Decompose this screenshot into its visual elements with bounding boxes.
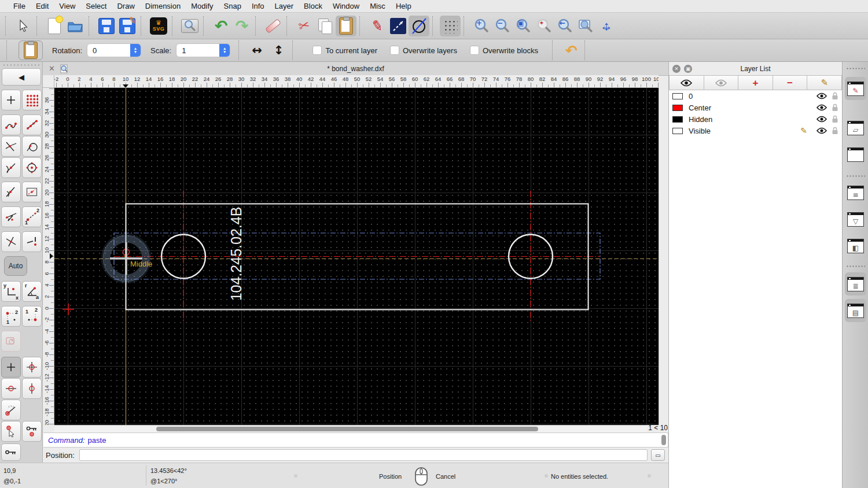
snap-intersection-button[interactable] (1, 136, 21, 157)
position-options-button[interactable]: ▭ (651, 449, 665, 461)
stepper-icon[interactable]: ▲▼ (219, 44, 230, 57)
select-window-button[interactable] (22, 182, 42, 202)
open-file-button[interactable] (65, 16, 86, 36)
layer-row-visible[interactable]: Visible✎ (669, 125, 842, 136)
layer-row-0[interactable]: 0 (669, 90, 842, 102)
corner-second-first-button[interactable]: 1 2 (22, 306, 42, 327)
rotation-spinner[interactable]: 0 ▲▼ (87, 43, 141, 57)
palette-back-button[interactable]: ◀ (2, 68, 41, 86)
restrict-nothing-button[interactable] (22, 231, 42, 252)
restrict-orthogonal-button[interactable] (1, 231, 21, 252)
eye-icon[interactable] (816, 104, 827, 111)
horizontal-scrollbar[interactable] (54, 425, 647, 432)
lock-icon[interactable] (832, 103, 838, 112)
remove-layer-button[interactable]: − (773, 75, 808, 90)
draw-pen-button[interactable]: ✎ (367, 16, 388, 36)
line-tool-button[interactable] (388, 16, 409, 36)
checkbox-to-current-layer[interactable]: To current layer (312, 46, 377, 55)
snap-on-entity-button[interactable] (22, 114, 42, 135)
save-button[interactable] (96, 16, 117, 36)
layer-row-hidden[interactable]: Hidden (669, 113, 842, 125)
snap-sequence-button[interactable]: 1 2 (22, 206, 42, 227)
edit-layer-button[interactable]: ✎ (807, 75, 842, 90)
layer-row-center[interactable]: Center (669, 102, 842, 113)
dock-layer-pen-button[interactable]: ✎ (845, 77, 866, 100)
copy-button[interactable] (315, 16, 336, 36)
flip-vertical-button[interactable]: ↕ (274, 45, 284, 57)
relative-zero-current-button[interactable] (1, 357, 21, 378)
coordinate-polar-button[interactable]: r a (22, 281, 42, 302)
stepper-icon[interactable]: ▲▼ (130, 44, 141, 57)
paste-button[interactable] (336, 16, 356, 36)
snap-free-button[interactable] (1, 90, 21, 110)
set-relative-zero-button[interactable] (22, 357, 42, 378)
dock-clipboard-button[interactable]: ▤ (845, 299, 866, 322)
svg-export-button[interactable]: ♛SVG (148, 16, 169, 36)
dock-command-widget-button[interactable]: ≣ (845, 272, 866, 295)
dock-block-list-button[interactable]: ▱ (845, 116, 866, 139)
menu-select[interactable]: Select (80, 2, 112, 10)
checkbox-icon[interactable] (470, 46, 479, 55)
select-tool-button[interactable] (13, 16, 34, 36)
new-file-button[interactable] (44, 16, 65, 36)
show-all-layers-button[interactable] (669, 75, 704, 90)
vertical-scrollbar-track[interactable] (659, 88, 668, 425)
undo-paste-button[interactable]: ↶ (565, 43, 578, 58)
zoom-auto-button[interactable]: ▣ (513, 16, 534, 36)
menu-modify[interactable]: Modify (186, 2, 218, 10)
print-preview-button[interactable] (179, 16, 200, 36)
eye-icon[interactable] (816, 93, 827, 99)
menu-misc[interactable]: Misc (365, 2, 391, 10)
lock-icon[interactable] (832, 115, 838, 123)
lock-icon[interactable] (832, 92, 838, 100)
drawing-canvas[interactable]: 104.245.02.4B Middle (54, 88, 659, 425)
layer-color-swatch[interactable] (672, 93, 683, 99)
palette-handle[interactable] (2, 64, 39, 66)
zoom-in-button[interactable]: + (471, 16, 492, 36)
eye-icon[interactable] (816, 127, 827, 134)
redo-button[interactable]: ↷ (231, 16, 252, 36)
menu-draw[interactable]: Draw (112, 2, 139, 10)
snap-grid-button[interactable] (22, 90, 42, 110)
corner-first-second-button[interactable]: 1 2 (1, 306, 21, 327)
delete-button[interactable] (263, 16, 284, 36)
snap-auto-button[interactable]: Auto (4, 256, 27, 276)
dock-filter-button[interactable]: ▽ (845, 208, 866, 231)
relative-zero-vertical-button[interactable] (22, 378, 42, 399)
zoom-pan-button[interactable]: ↔↕ (596, 16, 617, 36)
menu-block[interactable]: Block (299, 2, 328, 10)
zoom-select-button[interactable]: ⌖ (534, 16, 554, 36)
zoom-window-button[interactable] (575, 16, 596, 36)
layer-color-swatch[interactable] (672, 128, 683, 134)
dock-blocks-button[interactable]: ◧ (845, 234, 866, 257)
pick-coordinate-button[interactable] (1, 421, 21, 442)
zoom-out-button[interactable]: − (492, 16, 513, 36)
command-scrollbar-thumb[interactable] (661, 435, 666, 445)
dock-library-browser-button[interactable] (845, 143, 866, 166)
command-line[interactable]: Command: paste (43, 432, 668, 448)
lock-icon[interactable] (832, 127, 838, 135)
eye-icon[interactable] (816, 116, 827, 123)
flip-horizontal-button[interactable]: ↔ (252, 45, 262, 57)
circle-line-tool-button[interactable] (409, 16, 429, 36)
menu-view[interactable]: View (54, 2, 80, 10)
menu-layer[interactable]: Layer (270, 2, 299, 10)
menu-file[interactable]: File (8, 2, 31, 10)
menu-info[interactable]: Info (247, 2, 270, 10)
snap-distance-button[interactable] (22, 136, 42, 157)
menu-help[interactable]: Help (391, 2, 417, 10)
lock-button[interactable] (1, 443, 21, 461)
lock-relative-zero-button[interactable] (22, 421, 42, 442)
snap-endpoints-button[interactable] (1, 114, 21, 135)
menu-edit[interactable]: Edit (31, 2, 54, 10)
grid-toggle-button[interactable] (440, 16, 461, 36)
snap-center-button[interactable] (22, 157, 42, 178)
checkbox-overwrite-blocks[interactable]: Overwrite blocks (470, 46, 538, 55)
checkbox-overwrite-layers[interactable]: Overwrite layers (390, 46, 457, 55)
horizontal-scrollbar-thumb[interactable] (156, 427, 538, 431)
snap-entity-point-button[interactable] (1, 206, 21, 227)
menu-snap[interactable]: Snap (219, 2, 247, 10)
position-input[interactable] (79, 449, 648, 461)
snap-tangent-button[interactable] (1, 182, 21, 202)
hide-all-layers-button[interactable] (704, 75, 739, 90)
